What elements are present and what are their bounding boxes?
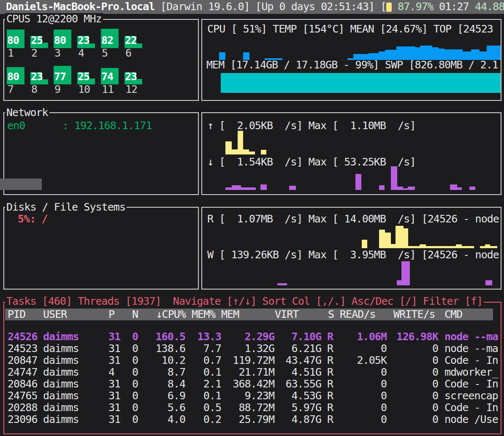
network-down-bar [469,187,475,190]
core-percent: 80 [7,71,19,83]
column-header-virt[interactable]: VIRT [275,309,298,320]
task-cell: 0 [132,402,138,414]
mem-usage-fill [221,73,501,93]
cpu-histogram-bar [439,49,444,60]
task-cell: R [327,390,333,402]
task-cell: 31 [108,378,120,390]
task-cell: 160.5 [155,331,185,343]
disk-read-bar [379,230,385,248]
column-header-mem[interactable]: MEM% [192,309,215,320]
task-cell: 0 [432,343,438,355]
task-cell: 0 [132,390,138,402]
network-ip: : 192.168.1.171 [62,120,152,132]
network-down-bar [355,174,361,190]
disk-read-bar [385,233,391,248]
column-header-s[interactable]: S [328,309,334,320]
core-meter-right [42,43,48,48]
task-cell: R [327,378,333,390]
task-cell: 0 [132,355,138,366]
tasks-title[interactable]: Tasks [460] Threads [1937] Navigate [↑/↓… [5,295,484,307]
task-cell: 119.72M [233,355,274,366]
battery-time: 01:27 [433,1,475,13]
core-percent: 23 [78,35,89,46]
task-cell: 0 [432,355,438,366]
core-label: 9 [54,84,60,95]
task-cell: 9.23M [244,390,274,402]
battery-percent: 87.97% [392,1,434,13]
task-cell: 0 [132,343,138,355]
task-cell: 20846 [8,378,38,390]
task-cell: 0 [132,414,138,425]
task-cell: daimms [43,331,79,343]
core-label: 5 [102,47,108,59]
core-label: 2 [31,47,37,59]
column-header-cpu[interactable]: ↓CPU% [156,309,186,320]
core-meter-right [89,43,95,48]
core-percent: 80 [54,35,66,46]
task-cell: 31 [108,402,120,414]
task-cell: daimms [43,414,79,425]
core-label: 8 [31,84,37,95]
core-label: 4 [78,47,84,59]
task-cell: 6.21G [291,343,321,355]
core-percent: 80 [7,35,19,46]
core-label: 10 [78,84,90,95]
network-down-bar [408,187,415,190]
task-cell: 31 [108,331,120,343]
task-cell: 0 [381,366,387,378]
task-cell: 4.87G [291,414,321,425]
task-cell: daimms [43,366,79,378]
core-label: 1 [8,47,14,59]
network-down-bar [260,184,267,190]
task-cell: Code - In [444,402,498,414]
task-cell: 138.6 [155,343,185,355]
task-cell: Code - In [444,355,498,366]
network-up-bar [243,149,249,154]
disks-section-title: Disks / File Systems [5,201,127,213]
network-interface: en0 [7,120,25,132]
network-up-line: ↑ [ 2.05KB /s] Max [ 1.10MB /s] [207,120,416,132]
core-label: 11 [102,84,114,95]
task-cell: 31 [108,390,120,402]
task-cell: daimms [43,390,79,402]
core-meter-right [113,29,119,48]
core-percent: 82 [101,35,113,46]
task-cell: 20847 [8,355,38,366]
core-meter-right [65,30,71,48]
task-cell: 0 [381,343,387,355]
column-header-cmd[interactable]: CMD [444,309,462,320]
network-down-bar [289,186,296,190]
task-cell: 13.3 [198,331,221,343]
core-percent: 77 [54,71,66,83]
task-cell: 2.29G [244,331,274,343]
column-header-user[interactable]: USER [43,309,67,320]
core-meter-right [42,79,48,84]
task-cell: 24526 [8,331,38,343]
task-cell: daimms [43,378,79,390]
task-cell: daimms [43,343,79,355]
core-percent: 74 [101,71,113,83]
task-cell: R [327,343,333,355]
task-cell: Code - In [444,378,498,390]
task-cell: 24523 [8,343,38,355]
column-header-writes[interactable]: WRITE/s [393,309,435,320]
column-header-mem[interactable]: MEM [221,309,239,320]
column-header-n[interactable]: N [132,309,138,320]
task-cell: 7.10G [291,331,321,343]
column-header-pid[interactable]: PID [8,309,25,320]
task-cell: 0 [432,390,438,402]
core-meter-right [65,66,71,84]
task-cell: 10.2 [162,355,185,366]
os-version: [Darwin 19.6.0] [154,1,250,13]
task-cell: mdworker_ [444,366,498,378]
task-cell: R [327,355,333,366]
column-header-p[interactable]: P [108,309,114,320]
column-header-reads[interactable]: READ/s [340,309,376,320]
core-meter-right [19,67,24,84]
core-percent: 25 [31,35,43,46]
task-cell: 368.42M [233,378,274,390]
task-cell: R [327,366,333,378]
task-cell: 20288 [8,402,38,414]
network-down-line: ↓ [ 1.54KB /s] Max [ 53.25KB /s] [207,156,416,168]
cpu-histogram-bar [415,47,420,60]
